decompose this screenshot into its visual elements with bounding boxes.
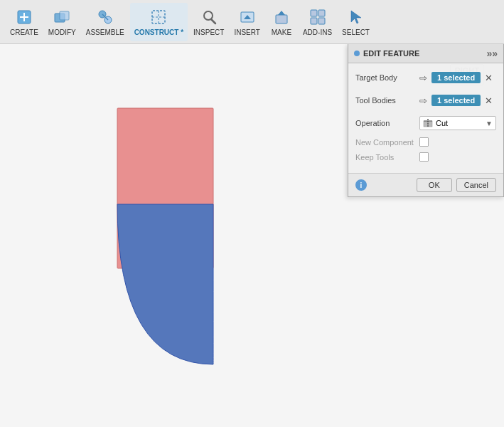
assemble-label: ASSEMBLE (86, 28, 124, 36)
svg-rect-15 (276, 15, 287, 23)
insert-label: INSERT (234, 28, 260, 36)
new-component-checkbox[interactable] (419, 137, 429, 147)
panel-info-dot (354, 51, 360, 56)
construct-label: CONSTRUCT * (134, 28, 183, 36)
footer-buttons: OK Cancel (417, 178, 496, 192)
inspect-label: INSPECT (193, 28, 224, 36)
svg-marker-21 (351, 11, 361, 23)
target-body-badge[interactable]: 1 selected (431, 72, 481, 83)
toolbar-item-make[interactable]: MAKE (266, 3, 297, 41)
toolbar-item-construct[interactable]: CONSTRUCT * (130, 3, 188, 41)
toolbar-item-inspect[interactable]: INSPECT (189, 3, 228, 41)
select-label: SELECT (342, 28, 370, 36)
create-label: CREATE (10, 28, 38, 36)
toolbar-item-create[interactable]: CREATE (6, 3, 43, 41)
tool-bodies-value: ⇨ 1 selected ✕ (419, 95, 496, 106)
svg-line-12 (211, 20, 215, 24)
toolbar-item-modify[interactable]: MODIFY (44, 3, 80, 41)
insert-icon (237, 7, 257, 27)
tool-bodies-clear-button[interactable]: ✕ (483, 96, 494, 105)
target-body-row: Target Body ⇨ 1 selected ✕ (355, 69, 496, 86)
svg-rect-4 (60, 11, 69, 20)
panel-body: Target Body ⇨ 1 selected ✕ Tool Bodies ⇨… (348, 63, 503, 173)
operation-value-text: Cut (436, 119, 448, 127)
svg-rect-18 (318, 10, 325, 16)
keep-tools-label: Keep Tools (355, 153, 419, 162)
toolbar-item-select[interactable]: SELECT (338, 3, 374, 41)
toolbar-item-assemble[interactable]: ASSEMBLE (82, 3, 129, 41)
tool-bodies-row: Tool Bodies ⇨ 1 selected ✕ (355, 92, 496, 109)
tool-bodies-select-icon: ⇨ (419, 95, 427, 106)
modify-label: MODIFY (48, 28, 76, 36)
ok-button[interactable]: OK (417, 178, 452, 192)
target-body-label: Target Body (355, 73, 419, 82)
add-ins-label: ADD-INS (303, 28, 332, 36)
target-body-value: ⇨ 1 selected ✕ (419, 72, 496, 83)
toolbar: CREATE MODIFY ASSEMBLE (0, 0, 504, 44)
assemble-icon (95, 7, 115, 27)
add-ins-icon (308, 7, 328, 27)
new-component-row: New Component (355, 137, 496, 147)
make-icon (272, 7, 291, 27)
svg-marker-16 (278, 11, 285, 15)
cut-icon (423, 118, 433, 128)
make-label: MAKE (272, 28, 291, 36)
target-body-select-icon: ⇨ (419, 73, 427, 83)
edit-feature-panel: EDIT FEATURE »» Target Body ⇨ 1 selected… (348, 44, 504, 197)
select-icon (346, 7, 366, 27)
tool-bodies-badge[interactable]: 1 selected (431, 95, 481, 106)
operation-row: Operation Cut ▼ (355, 115, 496, 132)
operation-select[interactable]: Cut ▼ (419, 116, 496, 130)
cancel-button[interactable]: Cancel (456, 178, 496, 192)
panel-expand-icon[interactable]: »» (486, 48, 498, 59)
toolbar-item-insert[interactable]: INSERT (230, 3, 264, 41)
svg-rect-20 (318, 18, 325, 24)
keep-tools-row: Keep Tools (355, 152, 496, 162)
blue-shape[interactable] (117, 204, 213, 364)
svg-rect-19 (311, 18, 317, 24)
operation-value: Cut ▼ (419, 116, 496, 130)
create-icon (14, 7, 34, 27)
new-component-label: New Component (355, 138, 419, 147)
target-body-clear-button[interactable]: ✕ (483, 73, 494, 83)
svg-rect-17 (311, 10, 317, 16)
panel-title: EDIT FEATURE (363, 49, 419, 58)
tool-bodies-label: Tool Bodies (355, 96, 419, 105)
inspect-icon (199, 7, 219, 27)
operation-select-left: Cut (423, 118, 448, 128)
keep-tools-checkbox[interactable] (419, 152, 429, 162)
panel-footer: i OK Cancel (348, 173, 503, 196)
info-icon[interactable]: i (355, 179, 367, 191)
panel-header: EDIT FEATURE »» (348, 44, 503, 63)
operation-label: Operation (355, 119, 419, 127)
operation-dropdown-arrow: ▼ (486, 120, 493, 127)
panel-header-left: EDIT FEATURE (354, 49, 419, 58)
canvas-area: RIGHT Z EDIT FEATURE »» Target Body ⇨ 1 … (0, 44, 504, 427)
toolbar-item-add-ins[interactable]: ADD-INS (299, 3, 336, 41)
construct-icon (149, 7, 168, 27)
modify-icon (52, 7, 72, 27)
svg-point-11 (204, 11, 213, 20)
